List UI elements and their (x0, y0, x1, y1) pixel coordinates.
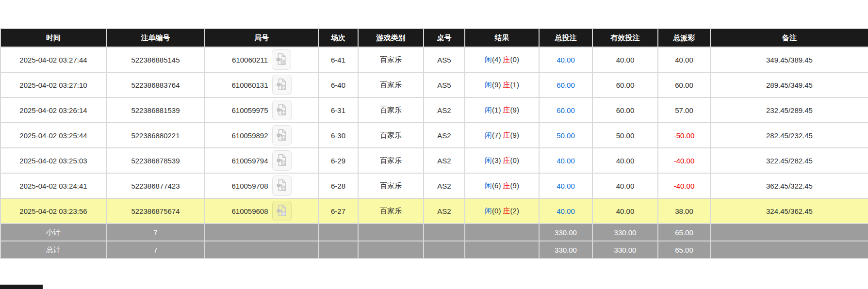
cell-remark: 324.45/362.45 (710, 198, 868, 224)
video-replay-button[interactable] (272, 125, 292, 145)
table-row[interactable]: 2025-04-02 03:26:14522386881539610059975… (0, 97, 868, 123)
cell-remark: 349.45/389.45 (710, 47, 868, 72)
cell-round-id: 610059975 (205, 97, 318, 123)
result-banker-count: (9) (510, 106, 519, 114)
cell-time: 2025-04-02 03:27:44 (0, 47, 106, 72)
cell-table-no: AS2 (424, 173, 465, 198)
total-bet-link[interactable]: 40.00 (557, 182, 575, 190)
video-replay-button[interactable] (272, 100, 292, 120)
result-player-count: (6) (492, 181, 501, 190)
round-id-group: 610060131 (231, 75, 291, 95)
cell-session: 6-28 (318, 173, 358, 198)
video-replay-button[interactable] (272, 201, 292, 221)
total-bet-link[interactable]: 60.00 (557, 81, 575, 89)
total-bet-link[interactable]: 40.00 (557, 207, 575, 215)
cell-remark: 282.45/232.45 (710, 123, 868, 148)
cell-table-no: AS2 (424, 97, 465, 123)
betting-records-table: 时间注单编号局号场次游戏类别桌号结果总投注有效投注总派彩备注 2025-04-0… (0, 28, 868, 259)
table-row[interactable]: 2025-04-02 03:27:10522386883764610060131… (0, 72, 868, 97)
cell-payout: 40.00 (658, 47, 710, 72)
result-player-label: 闲 (485, 131, 492, 139)
cell-bet-id: 522386883764 (106, 72, 205, 97)
round-id-value: 610059892 (231, 131, 268, 140)
video-replay-button[interactable] (272, 150, 292, 171)
table-row[interactable]: 2025-04-02 03:25:03522386878539610059794… (0, 148, 868, 173)
table-row[interactable]: 2025-04-02 03:24:41522386877423610059708… (0, 173, 868, 198)
cell-payout: 38.00 (658, 198, 710, 224)
round-id-group: 610060211 (232, 49, 291, 70)
round-id-value: 610059975 (231, 106, 268, 114)
result-player-label: 闲 (485, 207, 492, 215)
cell-game-type: 百家乐 (358, 47, 424, 72)
cell-session: 6-27 (318, 198, 358, 224)
summary-empty-cell-result (465, 241, 539, 258)
summary-valid-bet: 330.00 (592, 241, 658, 258)
cell-bet-id: 522386875674 (106, 198, 205, 224)
cell-bet-id: 522386881539 (106, 97, 205, 123)
video-file-icon (277, 78, 287, 92)
result-player-label: 闲 (485, 106, 492, 114)
column-header-time: 时间 (0, 29, 106, 47)
table-row[interactable]: 2025-04-02 03:27:44522386885145610060211… (0, 47, 868, 72)
round-id-value: 610059708 (231, 182, 268, 190)
column-header-valid_bet: 有效投注 (592, 29, 658, 47)
summary-empty-cell-result (465, 224, 539, 241)
summary-empty-cell-round-id (205, 241, 318, 258)
result-banker-label: 庄 (503, 181, 510, 190)
cell-valid-bet: 40.00 (592, 148, 658, 173)
video-replay-button[interactable] (272, 176, 292, 196)
cell-valid-bet: 50.00 (592, 123, 658, 148)
cell-session: 6-29 (318, 148, 358, 173)
summary-empty-cell-game-type (358, 224, 424, 241)
round-id-value: 610059794 (231, 157, 268, 165)
cell-valid-bet: 40.00 (592, 173, 658, 198)
cell-time: 2025-04-02 03:24:41 (0, 173, 106, 198)
cell-time: 2025-04-02 03:23:56 (0, 198, 106, 224)
result-player-count: (0) (492, 207, 501, 215)
round-id-group: 610059708 (231, 176, 291, 196)
cell-round-id: 610059892 (205, 123, 318, 148)
summary-payout: 65.00 (658, 224, 710, 241)
cell-result: 闲(6) 庄(9) (465, 173, 539, 198)
total-bet-link[interactable]: 50.00 (557, 131, 575, 140)
total-bet-link[interactable]: 60.00 (557, 106, 575, 114)
round-id-group: 610059975 (231, 100, 291, 120)
cell-valid-bet: 40.00 (592, 198, 658, 224)
cell-round-id: 610060131 (205, 72, 318, 97)
result-player-label: 闲 (485, 80, 492, 89)
summary-empty-cell-game-type (358, 241, 424, 258)
total-bet-link[interactable]: 40.00 (557, 56, 575, 64)
summary-empty-cell-table-no (424, 224, 465, 241)
result-banker-count: (0) (510, 156, 519, 164)
column-header-payout: 总派彩 (658, 29, 710, 47)
column-header-table_no: 桌号 (424, 29, 465, 47)
column-header-round_id: 局号 (205, 29, 318, 47)
cell-result: 闲(7) 庄(9) (465, 123, 539, 148)
round-id-value: 610059608 (231, 207, 268, 215)
result-banker-label: 庄 (503, 156, 510, 164)
result-player-count: (4) (492, 55, 501, 64)
cell-table-no: AS2 (424, 198, 465, 224)
cell-game-type: 百家乐 (358, 97, 424, 123)
subtotal-row: 小计7330.00330.0065.00 (0, 224, 868, 241)
cell-bet-id: 522386880221 (106, 123, 205, 148)
summary-count: 7 (106, 241, 205, 258)
result-banker-label: 庄 (503, 131, 510, 139)
total-bet-link[interactable]: 40.00 (557, 157, 575, 165)
result-banker-label: 庄 (503, 55, 510, 64)
video-replay-button[interactable] (272, 49, 291, 70)
cell-round-id: 610059608 (205, 198, 318, 224)
table-row[interactable]: 2025-04-02 03:23:56522386875674610059608… (0, 198, 868, 224)
summary-empty-cell-session (318, 224, 358, 241)
summary-empty-cell-table-no (424, 241, 465, 258)
cell-total-bet: 40.00 (539, 173, 592, 198)
cell-payout: -40.00 (658, 173, 710, 198)
summary-valid-bet: 330.00 (592, 224, 658, 241)
summary-remark (710, 241, 868, 258)
video-replay-button[interactable] (272, 75, 292, 95)
cell-table-no: AS2 (424, 148, 465, 173)
cell-time: 2025-04-02 03:27:10 (0, 72, 106, 97)
summary-remark (710, 224, 868, 241)
cell-total-bet: 60.00 (539, 97, 592, 123)
table-row[interactable]: 2025-04-02 03:25:44522386880221610059892… (0, 123, 868, 148)
